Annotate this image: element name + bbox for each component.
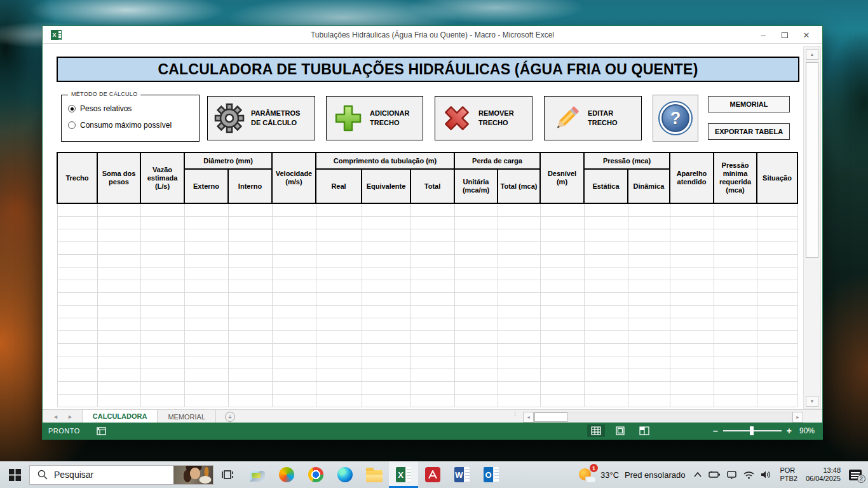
sheet-cell[interactable] (57, 343, 97, 356)
sheet-cell[interactable] (757, 330, 797, 343)
vertical-scrollbar[interactable]: ▲ ▼ (803, 46, 821, 409)
sheet-cell[interactable] (584, 330, 628, 343)
sheet-cell[interactable] (454, 216, 498, 229)
sheet-cell[interactable] (670, 394, 714, 407)
sheet-cell[interactable] (97, 292, 140, 305)
sheet-cell[interactable] (184, 343, 228, 356)
sheet-cell[interactable] (498, 305, 540, 318)
file-explorer-button[interactable] (360, 461, 389, 488)
sheet-cell[interactable] (498, 381, 540, 394)
sheet-cell[interactable] (714, 292, 757, 305)
sheet-cell[interactable] (184, 241, 228, 254)
sheet-cell[interactable] (628, 394, 670, 407)
sheet-cell[interactable] (498, 356, 540, 369)
scroll-down-button[interactable]: ▼ (806, 396, 818, 407)
sheet-cell[interactable] (454, 343, 498, 356)
excel-taskbar-button[interactable]: X (389, 461, 418, 488)
sheet-cell[interactable] (714, 394, 757, 407)
scanner-app-button[interactable] (243, 461, 272, 488)
sheet-cell[interactable] (714, 356, 757, 369)
sheet-cell[interactable] (272, 394, 316, 407)
sheet-cell[interactable] (362, 381, 410, 394)
sheet-cell[interactable] (57, 292, 97, 305)
sheet-cell[interactable] (362, 280, 410, 292)
zoom-level[interactable]: 90% (799, 426, 815, 435)
clock[interactable]: 13:48 06/04/2025 (806, 466, 841, 483)
sheet-cell[interactable] (498, 203, 540, 216)
sheet-cell[interactable] (714, 229, 757, 241)
battery-icon[interactable] (709, 471, 720, 478)
sheet-cell[interactable] (97, 356, 140, 369)
sheet-cell[interactable] (140, 254, 184, 267)
sheet-cell[interactable] (454, 280, 498, 292)
sheet-cell[interactable] (410, 292, 454, 305)
sheet-cell[interactable] (584, 229, 628, 241)
sheet-cell[interactable] (362, 203, 410, 216)
sheet-cell[interactable] (757, 280, 797, 292)
maximize-button[interactable] (774, 26, 796, 44)
sheet-cell[interactable] (540, 318, 584, 330)
sheet-cell[interactable] (57, 305, 97, 318)
sheet-cell[interactable] (584, 203, 628, 216)
sheet-cell[interactable] (228, 280, 272, 292)
sheet-cell[interactable] (57, 267, 97, 280)
sheet-cell[interactable] (540, 203, 584, 216)
language-indicator[interactable]: POR PTB2 (780, 466, 797, 483)
sheet-cell[interactable] (228, 343, 272, 356)
sheet-cell[interactable] (498, 343, 540, 356)
sheet-cell[interactable] (410, 216, 454, 229)
sheet-cell[interactable] (57, 216, 97, 229)
sheet-cell[interactable] (670, 216, 714, 229)
sheet-cell[interactable] (272, 343, 316, 356)
sheet-cell[interactable] (670, 280, 714, 292)
sheet-cell[interactable] (228, 394, 272, 407)
sheet-cell[interactable] (140, 356, 184, 369)
sheet-cell[interactable] (272, 318, 316, 330)
sheet-cell[interactable] (228, 369, 272, 381)
sheet-cell[interactable] (540, 292, 584, 305)
sheet-cell[interactable] (757, 318, 797, 330)
sheet-cell[interactable] (362, 254, 410, 267)
sheet-cell[interactable] (584, 369, 628, 381)
volume-icon[interactable] (761, 470, 771, 479)
sheet-cell[interactable] (316, 280, 362, 292)
sheet-cell[interactable] (184, 369, 228, 381)
sheet-cell[interactable] (454, 229, 498, 241)
remover-trecho-button[interactable]: REMOVER TRECHO (435, 96, 532, 140)
sheet-cell[interactable] (272, 305, 316, 318)
sheet-cell[interactable] (184, 267, 228, 280)
sheet-cell[interactable] (454, 241, 498, 254)
add-sheet-button[interactable]: + (225, 412, 235, 422)
sheet-cell[interactable] (410, 305, 454, 318)
sheet-cell[interactable] (757, 203, 797, 216)
sheet-cell[interactable] (584, 216, 628, 229)
sheet-cell[interactable] (228, 267, 272, 280)
sheet-cell[interactable] (362, 305, 410, 318)
sheet-cell[interactable] (97, 267, 140, 280)
sheet-cell[interactable] (498, 267, 540, 280)
sheet-cell[interactable] (140, 305, 184, 318)
sheet-cell[interactable] (584, 356, 628, 369)
sheet-cell[interactable] (316, 394, 362, 407)
sheet-cell[interactable] (272, 254, 316, 267)
sheet-cell[interactable] (362, 356, 410, 369)
sheet-cell[interactable] (454, 305, 498, 318)
zoom-out-button[interactable]: – (713, 426, 718, 436)
sheet-cell[interactable] (454, 330, 498, 343)
sheet-cell[interactable] (757, 305, 797, 318)
sheet-cell[interactable] (757, 267, 797, 280)
sheet-cell[interactable] (316, 305, 362, 318)
sheet-cell[interactable] (584, 267, 628, 280)
sheet-cell[interactable] (184, 229, 228, 241)
sheet-cell[interactable] (57, 330, 97, 343)
sheet-cell[interactable] (498, 241, 540, 254)
weather-widget[interactable]: 1 33°C Pred ensolarado (579, 466, 685, 483)
sheet-cell[interactable] (316, 330, 362, 343)
sheet-cell[interactable] (670, 203, 714, 216)
zoom-in-button[interactable]: + (787, 426, 792, 436)
sheet-cell[interactable] (410, 229, 454, 241)
sheet-cell[interactable] (628, 241, 670, 254)
sheet-cell[interactable] (498, 280, 540, 292)
sheet-cell[interactable] (316, 216, 362, 229)
sheet-cell[interactable] (410, 203, 454, 216)
